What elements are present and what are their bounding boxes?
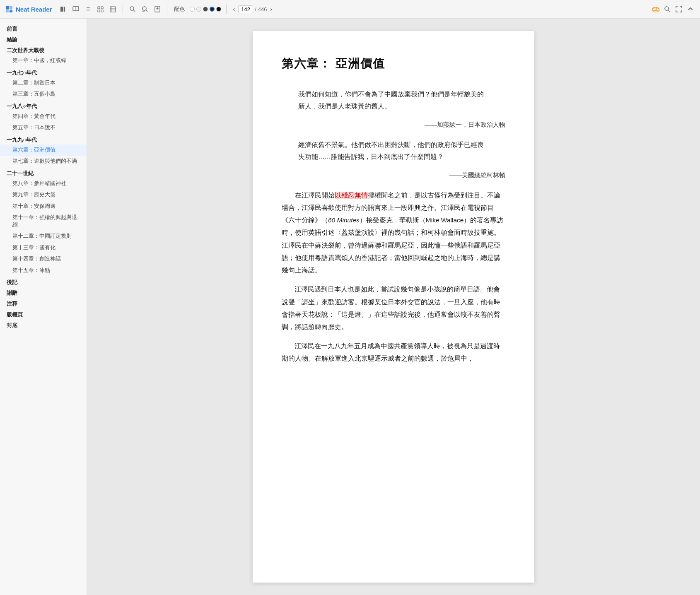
search-right-button[interactable] [663, 5, 672, 14]
search-icon [129, 6, 136, 12]
page-separator: / [255, 6, 256, 12]
sep3 [226, 5, 227, 14]
toolbar: Neat Reader ≡ [0, 0, 700, 19]
sidebar: 前言結論二次世界大戰後第一章：中國，紅或綠一九七○年代第二章：制衡日本第三章：五… [0, 19, 87, 595]
grid-icon [97, 6, 104, 12]
sidebar-item[interactable]: 第九章：歷史大盜 [0, 189, 87, 201]
search2-icon [142, 6, 148, 12]
sidebar-section[interactable]: 謝辭 [0, 287, 87, 298]
svg-rect-13 [110, 7, 116, 12]
svg-rect-11 [98, 10, 100, 12]
svg-point-19 [142, 7, 146, 10]
menu-button[interactable]: ≡ [84, 5, 93, 14]
sidebar-section[interactable]: 一九七○年代 [0, 67, 87, 77]
svg-rect-3 [10, 10, 12, 12]
sidebar-item[interactable]: 第六章：亞洲價值 [0, 145, 87, 156]
next-page-button[interactable]: › [269, 5, 274, 13]
sidebar-section[interactable]: 一九九○年代 [0, 134, 87, 145]
sidebar-item[interactable]: 第十三章：國有化 [0, 242, 87, 254]
sidebar-item[interactable]: 第十章：安保周邊 [0, 201, 87, 212]
search-button[interactable] [128, 5, 137, 14]
svg-rect-1 [10, 6, 12, 10]
bookmark-add-icon [154, 6, 160, 12]
chapter-title: 第六章： 亞洲價值 [282, 56, 505, 72]
fullscreen-icon [676, 6, 682, 12]
svg-rect-6 [64, 7, 65, 12]
sidebar-item[interactable]: 第十二章：中國訂定規則 [0, 231, 87, 242]
sidebar-item[interactable]: 第七章：道歉與他們的不滿 [0, 156, 87, 167]
sidebar-item[interactable]: 第一章：中國，紅或綠 [0, 55, 87, 67]
page-current-input[interactable]: 142 [238, 5, 253, 13]
table-button[interactable] [109, 5, 118, 14]
color-dot-dark[interactable] [210, 7, 215, 12]
search2-button[interactable] [140, 5, 150, 14]
layout-button[interactable] [71, 5, 80, 14]
svg-rect-12 [101, 10, 103, 12]
fullscreen-button[interactable] [674, 5, 683, 14]
cloud-icon [651, 6, 660, 12]
color-scheme-dots [190, 7, 221, 12]
sidebar-item[interactable]: 第三章：五個小島 [0, 89, 87, 100]
collapse-icon [687, 6, 694, 12]
grid-button[interactable] [96, 5, 105, 14]
table-icon [110, 6, 116, 12]
brand: Neat Reader [5, 5, 52, 13]
svg-rect-10 [101, 7, 103, 9]
svg-line-20 [146, 10, 147, 12]
sidebar-item[interactable]: 第四章：黃金年代 [0, 111, 87, 123]
color-dot-gray[interactable] [203, 7, 208, 12]
bookmark-add-button[interactable] [153, 5, 162, 14]
library-icon [60, 6, 67, 12]
cloud-button[interactable] [651, 5, 660, 14]
sidebar-item[interactable]: 第十五章：冰點 [0, 265, 87, 277]
app-logo-icon [5, 5, 13, 13]
menu-icon: ≡ [86, 6, 90, 12]
quote1-text: 我們如何知道，你們不會為了中國放棄我們？他們是年輕貌美的新人，我們是人老珠黃的舊… [298, 88, 489, 113]
sep1 [123, 5, 123, 14]
sidebar-item[interactable]: 第十四章：創造神話 [0, 253, 87, 265]
quote2-attribution: ——美國總統柯林頓 [282, 171, 505, 179]
svg-point-28 [665, 7, 669, 10]
sidebar-section[interactable]: 二十一世紀 [0, 167, 87, 178]
sidebar-item[interactable]: 第八章：參拜靖國神社 [0, 178, 87, 190]
paragraph-2: 江澤民遇到日本人也是如此，嘗試說幾句像是小孩說的簡單日語。他會說聲「請坐」來歡迎… [282, 283, 505, 333]
sidebar-item[interactable]: 第二章：制衡日本 [0, 77, 87, 89]
prev-page-button[interactable]: ‹ [232, 5, 237, 13]
app-title: Neat Reader [16, 6, 52, 13]
sidebar-section[interactable]: 前言 [0, 23, 87, 34]
theme-label: 配色 [174, 6, 185, 13]
collapse-button[interactable] [686, 5, 695, 14]
paragraph-3: 江澤民在一九八九年五月成為中國共產黨領導人時，被視為只是過渡時期的人物。在解放軍… [282, 340, 505, 365]
paragraph-1: 在江澤民開始以殘忍無情攬權聞名之前，是以古怪行為受到注目。不論場合，江澤民喜歡使… [282, 189, 505, 277]
sidebar-item[interactable]: 第十一章：強權的興起與退縮 [0, 212, 87, 231]
color-dot-black[interactable] [216, 7, 221, 12]
sep2 [167, 5, 167, 14]
svg-rect-5 [62, 7, 63, 12]
sidebar-item[interactable]: 第五章：日本說不 [0, 122, 87, 134]
highlight-text: 以殘忍無情 [335, 192, 368, 199]
page-total: 446 [258, 6, 267, 12]
page-content: 第六章： 亞洲價值 我們如何知道，你們不會為了中國放棄我們？他們是年輕貌美的新人… [253, 31, 534, 583]
search-right-icon [664, 6, 671, 12]
svg-rect-9 [98, 7, 100, 9]
toolbar-right [651, 5, 695, 14]
reader-area[interactable]: 第六章： 亞洲價值 我們如何知道，你們不會為了中國放棄我們？他們是年輕貌美的新人… [87, 19, 700, 595]
svg-point-25 [652, 8, 659, 12]
sidebar-section[interactable]: 封底 [0, 319, 87, 330]
sidebar-section[interactable]: 版權頁 [0, 308, 87, 319]
sidebar-section[interactable]: 一九八○年代 [0, 100, 87, 111]
sidebar-section[interactable]: 結論 [0, 34, 87, 44]
main-area: 前言結論二次世界大戰後第一章：中國，紅或綠一九七○年代第二章：制衡日本第三章：五… [0, 19, 700, 595]
sidebar-section[interactable]: 後記 [0, 276, 87, 287]
quote1-attribution: ——加藤紘一，日本政治人物 [282, 121, 505, 129]
quote2-text: 經濟依舊不景氣。他們做不出困難決斷，他們的政府似乎已經喪失功能……誰能告訴我，日… [298, 139, 489, 163]
sidebar-section[interactable]: 注釋 [0, 298, 87, 308]
svg-line-18 [133, 10, 135, 12]
sidebar-section[interactable]: 二次世界大戰後 [0, 44, 87, 55]
svg-point-17 [130, 7, 134, 10]
library-button[interactable] [59, 5, 68, 14]
color-dot-sepia[interactable] [196, 7, 201, 12]
svg-line-29 [668, 10, 670, 12]
svg-rect-2 [6, 10, 9, 12]
color-dot-white[interactable] [190, 7, 195, 12]
